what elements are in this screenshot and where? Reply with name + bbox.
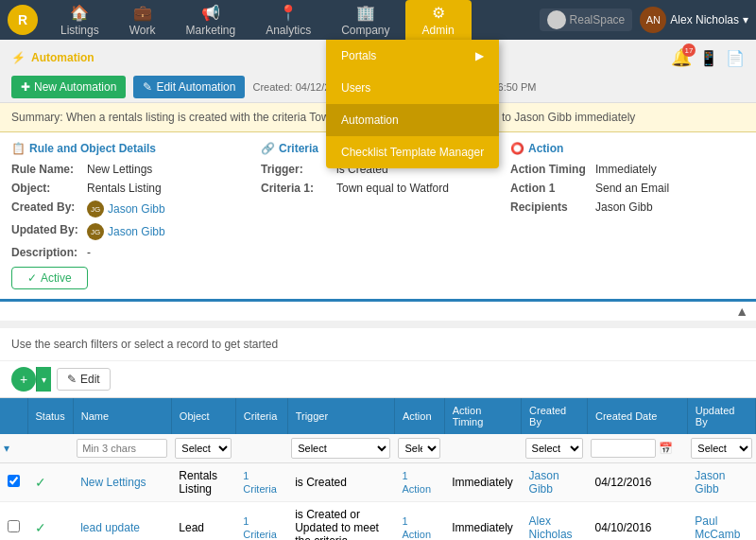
edit-icon: ✎ bbox=[143, 80, 152, 94]
top-nav: R 🏠 Listings 💼 Work 📢 Marketing 📍 Analyt… bbox=[0, 0, 756, 40]
nav-item-analytics[interactable]: 📍 Analytics bbox=[250, 0, 326, 41]
filter-object-cell[interactable]: Select bbox=[171, 434, 235, 463]
new-automation-button[interactable]: ✚ New Automation bbox=[11, 76, 126, 98]
admin-dropdown-menu: Portals ▶ Users Automation Checklist Tem… bbox=[326, 40, 499, 168]
th-criteria[interactable]: Criteria bbox=[235, 398, 287, 434]
table-row[interactable]: ✓ lead update Lead 1 Criteria is Created… bbox=[0, 502, 756, 541]
dropdown-users[interactable]: Users bbox=[326, 72, 499, 104]
created-by-link[interactable]: Jason Gibb bbox=[529, 469, 559, 496]
collapse-top-button[interactable]: ▲ bbox=[735, 304, 748, 319]
updated-by-link[interactable]: Jason Gibb bbox=[695, 469, 725, 496]
criteria-link[interactable]: 1 Criteria bbox=[243, 470, 276, 495]
filter-name-cell[interactable] bbox=[73, 434, 171, 463]
filter-action-select[interactable]: Select bbox=[398, 438, 440, 459]
status-active-icon: ✓ bbox=[35, 520, 46, 535]
row-created-by[interactable]: Alex Nicholas bbox=[522, 502, 588, 541]
nav-item-marketing[interactable]: 📢 Marketing bbox=[170, 0, 250, 41]
nav-item-company[interactable]: 🏢 Company bbox=[326, 0, 404, 41]
th-created-date[interactable]: Created Date bbox=[587, 398, 687, 434]
created-by-link[interactable]: JG Jason Gibb bbox=[87, 200, 165, 218]
description-row: Description: - bbox=[11, 246, 246, 259]
th-created-by[interactable]: Created By bbox=[522, 398, 588, 434]
updated-by-link[interactable]: Paul McCamb bbox=[695, 514, 740, 540]
filter-updated-by-select[interactable]: Select bbox=[691, 438, 751, 459]
row-created-by[interactable]: Jason Gibb bbox=[522, 463, 588, 502]
criteria1-row: Criteria 1: Town equal to Watford bbox=[261, 182, 495, 195]
row-criteria: 1 Criteria bbox=[235, 463, 287, 502]
rule-details-col: 📋 Rule and Object Details Rule Name: New… bbox=[11, 142, 246, 289]
mobile-icon[interactable]: 📱 bbox=[699, 49, 718, 67]
created-by-row: Created By: JG Jason Gibb bbox=[11, 200, 246, 218]
dropdown-portals[interactable]: Portals ▶ bbox=[326, 40, 499, 72]
row-name[interactable]: New Lettings bbox=[73, 463, 171, 502]
th-name[interactable]: Name bbox=[73, 398, 171, 434]
recipients-row: Recipients Jason Gibb bbox=[510, 200, 745, 214]
calendar-icon[interactable]: 📅 bbox=[659, 442, 673, 455]
add-record-dropdown[interactable]: ▾ bbox=[36, 367, 51, 392]
portals-arrow-icon: ▶ bbox=[475, 49, 484, 62]
filter-action-timing-cell bbox=[444, 434, 521, 463]
document-icon[interactable]: 📄 bbox=[726, 49, 745, 67]
filter-checkbox-cell: ▾ bbox=[0, 434, 27, 463]
user-badge[interactable]: AN Alex Nicholas ▾ bbox=[640, 7, 748, 33]
check-icon: ✓ bbox=[27, 271, 37, 285]
nav-item-listings[interactable]: 🏠 Listings bbox=[45, 0, 114, 41]
nav-items: 🏠 Listings 💼 Work 📢 Marketing 📍 Analytic… bbox=[45, 0, 540, 41]
analytics-icon: 📍 bbox=[279, 4, 298, 22]
dropdown-checklist[interactable]: Checklist Template Manager bbox=[326, 136, 499, 168]
row-status: ✓ bbox=[27, 463, 73, 502]
nav-item-admin[interactable]: ⚙ Admin bbox=[405, 0, 472, 41]
notification-button[interactable]: 🔔 17 bbox=[671, 47, 692, 68]
created-by-link[interactable]: Alex Nicholas bbox=[529, 514, 573, 540]
filter-status-cell bbox=[27, 434, 73, 463]
add-record-button[interactable]: + bbox=[11, 367, 36, 392]
edit-automation-button[interactable]: ✎ Edit Automation bbox=[133, 76, 245, 98]
action-link[interactable]: 1 Action bbox=[402, 470, 431, 495]
admin-icon: ⚙ bbox=[432, 4, 445, 22]
dropdown-automation[interactable]: Automation bbox=[326, 104, 499, 136]
filter-created-by-select[interactable]: Select bbox=[525, 438, 584, 459]
page-title: ⚡ Automation bbox=[11, 51, 94, 64]
row-updated-by[interactable]: Paul McCamb bbox=[687, 502, 755, 541]
th-action-timing[interactable]: Action Timing bbox=[444, 398, 521, 434]
table-row[interactable]: ✓ New Lettings Rentals Listing 1 Criteri… bbox=[0, 463, 756, 502]
filter-trigger-select[interactable]: Select bbox=[291, 438, 390, 459]
th-object[interactable]: Object bbox=[171, 398, 235, 434]
action-timing-row: Action Timing Immediately bbox=[510, 163, 745, 176]
edit-button[interactable]: ✎ Edit bbox=[57, 368, 111, 391]
filter-action-cell[interactable]: Select bbox=[394, 434, 444, 463]
criteria-link[interactable]: 1 Criteria bbox=[243, 515, 276, 540]
row-checkbox[interactable] bbox=[8, 520, 20, 532]
search-hint: Use the search filters or select a recor… bbox=[0, 328, 756, 361]
work-icon: 💼 bbox=[133, 4, 152, 22]
filter-date-input[interactable] bbox=[591, 439, 655, 458]
row-name-link[interactable]: lead update bbox=[80, 521, 140, 534]
nav-right: RealSpace AN Alex Nicholas ▾ bbox=[540, 7, 748, 33]
nav-item-work[interactable]: 💼 Work bbox=[114, 0, 171, 41]
filter-trigger-cell[interactable]: Select bbox=[287, 434, 394, 463]
plus-icon: ✚ bbox=[21, 80, 30, 94]
row-object: Lead bbox=[171, 502, 235, 541]
filter-created-date-cell[interactable]: 📅 bbox=[587, 434, 687, 463]
row-updated-by[interactable]: Jason Gibb bbox=[687, 463, 755, 502]
th-action[interactable]: Action bbox=[394, 398, 444, 434]
action-link[interactable]: 1 Action bbox=[402, 515, 431, 540]
row-name[interactable]: lead update bbox=[73, 502, 171, 541]
automation-title-icon: ⚡ bbox=[11, 51, 26, 64]
row-name-link[interactable]: New Lettings bbox=[80, 476, 146, 489]
th-updated-by[interactable]: Updated By bbox=[687, 398, 755, 434]
th-trigger[interactable]: Trigger bbox=[287, 398, 394, 434]
row-status: ✓ bbox=[27, 502, 73, 541]
filter-name-input[interactable] bbox=[77, 439, 167, 458]
filter-updated-by-cell[interactable]: Select bbox=[687, 434, 755, 463]
row-checkbox[interactable] bbox=[8, 475, 20, 487]
rule-icon: 📋 bbox=[11, 142, 26, 155]
filter-created-by-cell[interactable]: Select bbox=[522, 434, 588, 463]
updated-by-link[interactable]: JG Jason Gibb bbox=[87, 223, 165, 240]
row-object: Rentals Listing bbox=[171, 463, 235, 502]
add-button-group: + ▾ bbox=[11, 367, 51, 392]
row-checkbox-cell[interactable] bbox=[0, 463, 27, 502]
filter-object-select[interactable]: Select bbox=[175, 438, 232, 459]
th-status[interactable]: Status bbox=[27, 398, 73, 434]
row-checkbox-cell[interactable] bbox=[0, 502, 27, 541]
